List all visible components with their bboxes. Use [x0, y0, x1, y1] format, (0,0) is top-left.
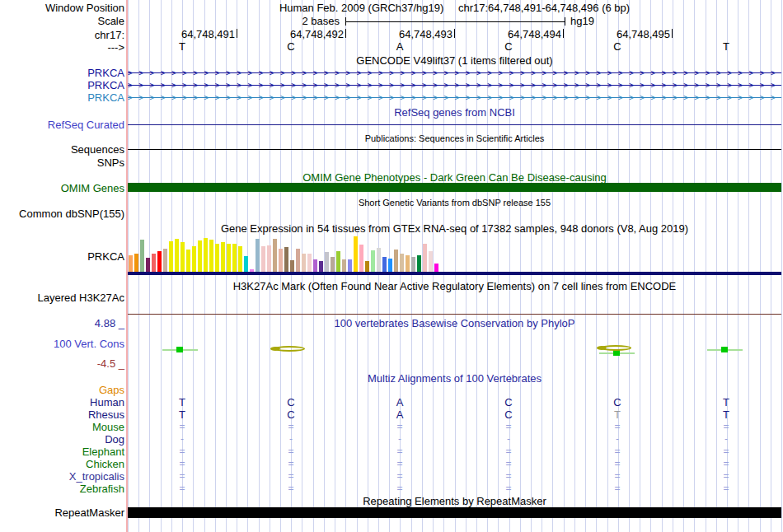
gtex-tissue-bar[interactable]	[186, 250, 190, 272]
multiz-alignment-cell: T	[179, 408, 185, 421]
multiz-track-title[interactable]: Multiz Alignments of 100 Vertebrates	[128, 372, 781, 385]
h3k27ac-track-title[interactable]: H3K27Ac Mark (Often Found Near Active Re…	[128, 280, 781, 292]
repeatmasker-label: RepeatMasker	[0, 506, 124, 519]
gene-label[interactable]: PRKCA	[0, 67, 124, 79]
ruler-coordinate: 64,748,491	[152, 29, 235, 40]
gtex-tissue-bar[interactable]	[267, 245, 271, 272]
multiz-alignment-cell: =	[179, 446, 185, 458]
omim-genes-label: OMIM Genes	[0, 182, 124, 194]
gtex-tissue-bar[interactable]	[382, 257, 387, 272]
gtex-tissue-bar[interactable]	[371, 250, 375, 272]
gtex-tissue-bar[interactable]	[331, 257, 335, 272]
gtex-tissue-bar[interactable]	[163, 249, 167, 272]
conservation-square	[721, 347, 728, 352]
gtex-tissue-bar[interactable]	[204, 238, 208, 272]
conservation-square	[613, 350, 620, 356]
gtex-tissue-bar[interactable]	[313, 259, 317, 272]
refseq-curated-label: RefSeq Curated	[0, 119, 124, 131]
gtex-tissue-bar[interactable]	[221, 242, 225, 272]
gtex-tissue-bar[interactable]	[198, 240, 202, 272]
ruler-tick	[563, 29, 564, 38]
gtex-tissue-bar[interactable]	[140, 240, 144, 272]
gtex-track-title[interactable]: Gene Expression in 54 tissues from GTEx …	[128, 222, 781, 235]
omim-track-title[interactable]: OMIM Gene Phenotypes - Dark Green Can Be…	[128, 171, 781, 184]
refseq-curated-item[interactable]	[128, 124, 781, 125]
gtex-tissue-bar[interactable]	[359, 245, 363, 272]
gtex-tissue-bar[interactable]	[400, 254, 404, 272]
gencode-track-title[interactable]: GENCODE V49lift37 (1 items filtered out)	[128, 54, 781, 67]
gtex-tissue-bar[interactable]	[175, 239, 179, 272]
gtex-tissue-bar[interactable]	[307, 254, 312, 272]
gtex-tissue-bar[interactable]	[325, 252, 329, 272]
gtex-tissue-bar[interactable]	[232, 244, 237, 272]
gtex-tissue-bar[interactable]	[406, 255, 410, 272]
multiz-alignment-cell: T	[179, 396, 185, 408]
gene-direction-arrows: >>>>>>>>>>>>>>>>>>>>>>>>>>>>>>>>>>>>>>>>…	[128, 92, 781, 103]
gtex-tissue-bar[interactable]	[215, 244, 219, 272]
phylop-track-title[interactable]: 100 vertebrates Basewise Conservation by…	[128, 317, 781, 329]
gtex-tissue-bar[interactable]	[348, 259, 352, 272]
gtex-tissue-bar[interactable]	[146, 258, 150, 272]
gtex-tissue-bar[interactable]	[169, 241, 173, 272]
gtex-tissue-bar[interactable]	[394, 250, 398, 272]
ruler-tick	[237, 29, 237, 38]
gtex-tissue-bar[interactable]	[411, 257, 415, 272]
gtex-tissue-bar[interactable]	[134, 254, 138, 272]
gtex-tissue-bar[interactable]	[354, 236, 358, 272]
ruler-tick	[454, 29, 455, 38]
gtex-tissue-bar[interactable]	[319, 261, 323, 272]
gtex-tissue-bar[interactable]	[429, 251, 433, 272]
gtex-tissue-bar[interactable]	[152, 254, 156, 272]
multiz-alignment-cell: =	[614, 421, 620, 433]
omim-gene-bar[interactable]	[128, 183, 781, 192]
gtex-tissue-bar[interactable]	[336, 251, 340, 272]
gtex-tissue-bar[interactable]	[284, 247, 288, 272]
gtex-tissue-bar[interactable]	[365, 261, 369, 272]
gtex-expression-bars[interactable]	[129, 236, 440, 272]
multiz-alignment-cell: =	[288, 483, 293, 495]
multiz-alignment-cell: =	[723, 421, 729, 433]
gene-label[interactable]: PRKCA	[0, 79, 124, 91]
repeatmasker-element-bar[interactable]	[128, 507, 781, 518]
ruler-tick	[672, 29, 673, 38]
gtex-tissue-bar[interactable]	[377, 248, 381, 272]
gtex-tissue-bar[interactable]	[209, 240, 213, 272]
gtex-tissue-bar[interactable]	[417, 255, 421, 272]
repeatmasker-track-title[interactable]: Repeating Elements by RepeatMasker	[128, 495, 781, 507]
publications-track-title[interactable]: Publications: Sequences in Scientific Ar…	[128, 133, 781, 145]
genome-browser-view: Window Position Scale chr17: ---> Human …	[0, 0, 783, 532]
refseq-track-title[interactable]: RefSeq genes from NCBI	[128, 106, 781, 119]
multiz-alignment-cell: =	[396, 446, 402, 458]
h3k27ac-signal-baseline[interactable]	[128, 314, 781, 315]
multiz-row-label-elephant: Elephant	[0, 446, 124, 458]
gtex-tissue-bar[interactable]	[238, 246, 242, 272]
ruler-tick	[345, 29, 346, 38]
gtex-tissue-bar[interactable]	[434, 264, 438, 272]
gtex-tissue-bar[interactable]	[181, 242, 185, 272]
gtex-tissue-bar[interactable]	[388, 259, 392, 272]
gtex-tissue-bar[interactable]	[129, 255, 133, 272]
gtex-tissue-bar[interactable]	[157, 251, 162, 272]
gtex-tissue-bar[interactable]	[244, 256, 248, 272]
gtex-tissue-bar[interactable]	[302, 254, 306, 272]
gtex-tissue-bar[interactable]	[342, 259, 346, 272]
publications-sequence-item[interactable]	[128, 149, 781, 150]
base-letter: C	[613, 41, 621, 53]
multiz-row-label-x_tropicalis: X_tropicalis	[0, 470, 124, 483]
gene-label[interactable]: PRKCA	[0, 91, 124, 104]
gtex-tissue-bar[interactable]	[261, 246, 265, 272]
gtex-tissue-bar[interactable]	[290, 260, 294, 272]
scale-bar-right-tick	[565, 17, 565, 26]
scale-bar-left-tick	[345, 17, 346, 26]
multiz-alignment-cell: =	[723, 458, 729, 470]
gtex-tissue-bar[interactable]	[279, 249, 283, 272]
multiz-row-label-dog: Dog	[0, 433, 124, 446]
genome-build-label: hg19	[570, 15, 594, 27]
gtex-tissue-bar[interactable]	[273, 239, 277, 272]
gtex-tissue-bar[interactable]	[256, 239, 260, 272]
gtex-tissue-bar[interactable]	[192, 246, 196, 272]
gtex-tissue-bar[interactable]	[227, 244, 231, 272]
gtex-tissue-bar[interactable]	[423, 244, 427, 272]
gtex-tissue-bar[interactable]	[296, 249, 300, 272]
dbsnp-track-title[interactable]: Short Genetic Variants from dbSNP releas…	[128, 197, 781, 209]
